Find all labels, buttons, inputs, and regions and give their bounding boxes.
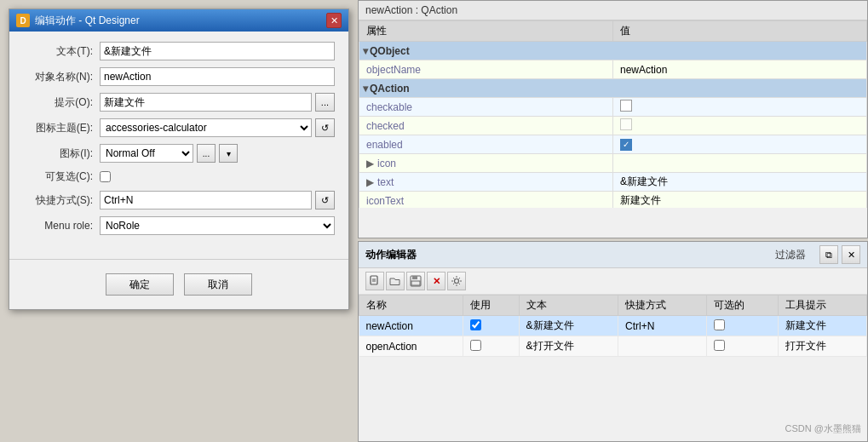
prop-value-icon[interactable]: [613, 154, 867, 173]
prop-name-checked: checked: [359, 117, 613, 135]
shortcut-row: 快捷方式(S): ↺: [23, 191, 335, 210]
action-new-button[interactable]: [365, 272, 384, 290]
svg-rect-0: [371, 276, 377, 284]
action-used-new[interactable]: [463, 316, 519, 336]
prop-group-qaction: ▾QAction: [359, 79, 867, 98]
prop-name-text: ▶text: [359, 173, 613, 192]
tip-input-group: ...: [100, 93, 335, 112]
text-input[interactable]: [100, 42, 335, 60]
action-save-button[interactable]: [406, 272, 425, 290]
action-checkable-open-checkbox[interactable]: [714, 340, 725, 351]
prop-row-checkable: checkable: [359, 98, 867, 117]
action-text-open: &打开文件: [519, 336, 618, 357]
action-checkable-open[interactable]: [706, 336, 779, 357]
new-file-icon: [369, 275, 381, 287]
prop-name-icontext: iconText: [359, 192, 613, 209]
action-row-new[interactable]: newAction &新建文件 Ctrl+N 新建文件: [359, 316, 867, 336]
col-value: 值: [613, 21, 867, 42]
icon-label: 图标(I):: [23, 146, 100, 161]
menu-role-row: Menu role: NoRole: [23, 216, 335, 235]
dialog-titlebar: D 编辑动作 - Qt Designer ✕: [9, 9, 348, 32]
icon-prop-expand[interactable]: ▶: [366, 158, 374, 169]
prop-name-checkable: checkable: [359, 98, 613, 117]
menu-role-select[interactable]: NoRole: [100, 216, 335, 235]
dialog-body: 文本(T): 对象名称(N): 提示(O): ... 图标主题(E): acce…: [9, 32, 348, 252]
icon-state-select[interactable]: Normal Off: [100, 144, 193, 163]
tip-row: 提示(O): ...: [23, 93, 335, 112]
action-used-new-checkbox[interactable]: [470, 319, 481, 330]
tip-input[interactable]: [100, 93, 312, 112]
col-shortcut: 快捷方式: [618, 296, 707, 316]
action-used-open-checkbox[interactable]: [470, 340, 481, 351]
action-settings-button[interactable]: [447, 272, 466, 290]
window-controls: ⧉ ✕: [819, 245, 860, 264]
prop-value-objectname[interactable]: newAction: [613, 60, 867, 79]
property-scroll[interactable]: 属性 值 ▾QObject objectName newAction: [359, 20, 867, 208]
icon-combo-group: Normal Off ... ▾: [100, 144, 335, 163]
filter-label: 过滤器: [775, 248, 806, 262]
action-table-scroll[interactable]: 名称 使用 文本 快捷方式 可选的 工具提示 newAction &新建文件 C…: [359, 295, 867, 357]
action-table-header-row: 名称 使用 文本 快捷方式 可选的 工具提示: [359, 296, 867, 316]
icon-row: 图标(I): Normal Off ... ▾: [23, 144, 335, 163]
action-checkable-new-checkbox[interactable]: [714, 319, 725, 330]
prop-value-text[interactable]: &新建文件: [613, 173, 867, 192]
icon-theme-row: 图标主题(E): accessories-calculator ↺: [23, 118, 335, 137]
svg-rect-4: [412, 276, 417, 279]
titlebar-left: D 编辑动作 - Qt Designer: [16, 14, 140, 28]
cancel-button[interactable]: 取消: [184, 273, 252, 296]
object-name-label: 对象名称(N):: [23, 70, 100, 84]
icon-ellipsis-button[interactable]: ...: [197, 144, 216, 163]
object-name-row: 对象名称(N):: [23, 67, 335, 86]
text-label: 文本(T):: [23, 44, 100, 59]
watermark: CSDN @水墨熊猫: [785, 422, 861, 435]
action-row-open[interactable]: openAction &打开文件 打开文件: [359, 336, 867, 357]
prop-name-objectname: objectName: [359, 60, 613, 79]
ok-button[interactable]: 确定: [106, 273, 174, 296]
col-tooltip: 工具提示: [779, 296, 867, 316]
dialog-icon: D: [16, 14, 30, 27]
object-name-input[interactable]: [100, 67, 335, 86]
float-button[interactable]: ⧉: [819, 245, 838, 264]
shortcut-reset-button[interactable]: ↺: [315, 191, 335, 210]
checked-prop-checkbox: [620, 118, 632, 130]
action-name-open: openAction: [359, 336, 463, 357]
qobject-expand-icon[interactable]: ▾: [363, 45, 368, 57]
icon-theme-reset-button[interactable]: ↺: [315, 118, 335, 137]
prop-name-enabled: enabled: [359, 135, 613, 154]
icon-theme-select[interactable]: accessories-calculator: [100, 118, 312, 137]
close-button[interactable]: ✕: [326, 13, 342, 28]
text-row: 文本(T):: [23, 42, 335, 60]
checkable-checkbox[interactable]: [100, 171, 111, 182]
action-checkable-new[interactable]: [706, 316, 779, 336]
col-property: 属性: [359, 21, 613, 42]
ae-close-button[interactable]: ✕: [842, 245, 860, 264]
property-table-header-row: 属性 值: [359, 21, 867, 42]
tip-ellipsis-button[interactable]: ...: [315, 93, 335, 112]
text-prop-expand[interactable]: ▶: [366, 176, 374, 188]
prop-value-checkable[interactable]: [613, 98, 867, 117]
enabled-prop-checkbox[interactable]: ✓: [620, 139, 632, 151]
action-shortcut-open: [618, 336, 707, 357]
prop-name-icon: ▶icon: [359, 154, 613, 173]
prop-value-enabled[interactable]: ✓: [613, 135, 867, 154]
shortcut-label: 快捷方式(S):: [23, 193, 100, 208]
col-checkable: 可选的: [706, 296, 779, 316]
property-table: 属性 值 ▾QObject objectName newAction: [359, 20, 867, 208]
prop-value-icontext[interactable]: 新建文件: [613, 192, 867, 209]
checkable-checkbox-group: [100, 171, 111, 182]
action-open-button[interactable]: [386, 272, 405, 290]
checkable-prop-checkbox[interactable]: [620, 100, 632, 112]
settings-icon: [451, 275, 463, 287]
action-tooltip-new: 新建文件: [779, 316, 867, 336]
toolbar-buttons: ✕: [365, 272, 466, 290]
icon-dropdown-button[interactable]: ▾: [219, 144, 238, 163]
action-delete-button[interactable]: ✕: [427, 272, 445, 290]
action-used-open[interactable]: [463, 336, 519, 357]
qaction-expand-icon[interactable]: ▾: [363, 83, 368, 95]
svg-point-6: [455, 279, 459, 284]
shortcut-input[interactable]: [100, 191, 312, 210]
col-used: 使用: [463, 296, 519, 316]
save-icon: [410, 275, 422, 287]
prop-row-objectname: objectName newAction: [359, 60, 867, 79]
action-tooltip-open: 打开文件: [779, 336, 867, 357]
